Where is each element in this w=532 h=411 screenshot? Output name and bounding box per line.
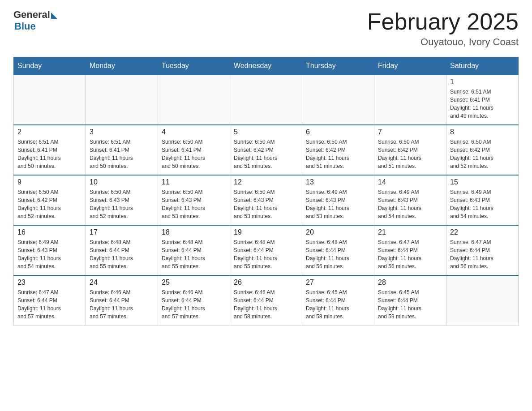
day-number: 23 — [17, 278, 82, 287]
day-number: 8 — [450, 128, 515, 136]
calendar-cell: 24Sunrise: 6:46 AM Sunset: 6:44 PM Dayli… — [86, 275, 158, 325]
day-number: 16 — [17, 228, 82, 236]
logo-blue-text: Blue — [14, 21, 36, 32]
day-number: 21 — [378, 228, 442, 236]
calendar-cell — [14, 75, 86, 125]
logo: General Blue — [13, 9, 57, 32]
calendar-cell: 1Sunrise: 6:51 AM Sunset: 6:41 PM Daylig… — [446, 75, 519, 125]
day-info: Sunrise: 6:46 AM Sunset: 6:44 PM Dayligh… — [234, 288, 298, 321]
calendar-cell: 22Sunrise: 6:47 AM Sunset: 6:44 PM Dayli… — [446, 225, 519, 275]
day-number: 25 — [162, 278, 226, 287]
day-info: Sunrise: 6:51 AM Sunset: 6:41 PM Dayligh… — [17, 138, 82, 170]
calendar-cell — [230, 75, 302, 125]
calendar-cell: 20Sunrise: 6:48 AM Sunset: 6:44 PM Dayli… — [302, 225, 374, 275]
day-info: Sunrise: 6:50 AM Sunset: 6:42 PM Dayligh… — [234, 138, 298, 170]
logo-arrow-icon — [51, 13, 57, 19]
day-info: Sunrise: 6:46 AM Sunset: 6:44 PM Dayligh… — [90, 288, 154, 321]
day-info: Sunrise: 6:45 AM Sunset: 6:44 PM Dayligh… — [306, 288, 370, 321]
day-info: Sunrise: 6:50 AM Sunset: 6:41 PM Dayligh… — [162, 138, 226, 170]
calendar-cell — [158, 75, 230, 125]
day-number: 4 — [162, 128, 226, 136]
day-info: Sunrise: 6:49 AM Sunset: 6:43 PM Dayligh… — [306, 188, 370, 220]
calendar-cell: 26Sunrise: 6:46 AM Sunset: 6:44 PM Dayli… — [230, 275, 302, 325]
calendar-cell — [446, 275, 519, 325]
day-info: Sunrise: 6:50 AM Sunset: 6:43 PM Dayligh… — [234, 188, 298, 220]
location-title: Ouyatouo, Ivory Coast — [367, 36, 519, 48]
day-info: Sunrise: 6:51 AM Sunset: 6:41 PM Dayligh… — [90, 138, 154, 170]
week-row-3: 9Sunrise: 6:50 AM Sunset: 6:42 PM Daylig… — [14, 175, 519, 225]
calendar-cell: 8Sunrise: 6:50 AM Sunset: 6:42 PM Daylig… — [446, 125, 519, 175]
day-info: Sunrise: 6:48 AM Sunset: 6:44 PM Dayligh… — [90, 238, 154, 270]
column-header-thursday: Thursday — [302, 57, 374, 75]
week-row-2: 2Sunrise: 6:51 AM Sunset: 6:41 PM Daylig… — [14, 125, 519, 175]
day-number: 1 — [450, 78, 515, 86]
calendar-cell: 27Sunrise: 6:45 AM Sunset: 6:44 PM Dayli… — [302, 275, 374, 325]
day-number: 18 — [162, 228, 226, 236]
page-header: General Blue February 2025 Ouyatouo, Ivo… — [13, 9, 519, 48]
calendar-cell: 4Sunrise: 6:50 AM Sunset: 6:41 PM Daylig… — [158, 125, 230, 175]
calendar-cell: 10Sunrise: 6:50 AM Sunset: 6:43 PM Dayli… — [86, 175, 158, 225]
day-info: Sunrise: 6:50 AM Sunset: 6:43 PM Dayligh… — [90, 188, 154, 220]
calendar-cell: 2Sunrise: 6:51 AM Sunset: 6:41 PM Daylig… — [14, 125, 86, 175]
day-number: 2 — [17, 128, 82, 136]
day-number: 3 — [90, 128, 154, 136]
day-number: 12 — [234, 178, 298, 186]
calendar-cell: 18Sunrise: 6:48 AM Sunset: 6:44 PM Dayli… — [158, 225, 230, 275]
calendar-cell: 5Sunrise: 6:50 AM Sunset: 6:42 PM Daylig… — [230, 125, 302, 175]
day-info: Sunrise: 6:47 AM Sunset: 6:44 PM Dayligh… — [450, 238, 515, 270]
day-info: Sunrise: 6:51 AM Sunset: 6:41 PM Dayligh… — [450, 88, 515, 120]
day-info: Sunrise: 6:48 AM Sunset: 6:44 PM Dayligh… — [162, 238, 226, 270]
day-info: Sunrise: 6:49 AM Sunset: 6:43 PM Dayligh… — [17, 238, 82, 270]
day-number: 28 — [378, 278, 442, 287]
day-info: Sunrise: 6:49 AM Sunset: 6:43 PM Dayligh… — [450, 188, 515, 220]
day-number: 20 — [306, 228, 370, 236]
calendar-cell: 9Sunrise: 6:50 AM Sunset: 6:42 PM Daylig… — [14, 175, 86, 225]
column-header-monday: Monday — [86, 57, 158, 75]
calendar-cell: 25Sunrise: 6:46 AM Sunset: 6:44 PM Dayli… — [158, 275, 230, 325]
calendar-cell: 21Sunrise: 6:47 AM Sunset: 6:44 PM Dayli… — [374, 225, 446, 275]
day-info: Sunrise: 6:45 AM Sunset: 6:44 PM Dayligh… — [378, 288, 442, 321]
calendar-cell — [374, 75, 446, 125]
day-info: Sunrise: 6:48 AM Sunset: 6:44 PM Dayligh… — [234, 238, 298, 270]
calendar-cell: 28Sunrise: 6:45 AM Sunset: 6:44 PM Dayli… — [374, 275, 446, 325]
week-row-5: 23Sunrise: 6:47 AM Sunset: 6:44 PM Dayli… — [14, 275, 519, 325]
column-header-saturday: Saturday — [446, 57, 519, 75]
calendar-cell: 13Sunrise: 6:49 AM Sunset: 6:43 PM Dayli… — [302, 175, 374, 225]
day-info: Sunrise: 6:50 AM Sunset: 6:42 PM Dayligh… — [306, 138, 370, 170]
day-info: Sunrise: 6:48 AM Sunset: 6:44 PM Dayligh… — [306, 238, 370, 270]
day-info: Sunrise: 6:50 AM Sunset: 6:43 PM Dayligh… — [162, 188, 226, 220]
day-number: 22 — [450, 228, 515, 236]
month-title: February 2025 — [367, 9, 519, 34]
day-number: 5 — [234, 128, 298, 136]
calendar-cell: 6Sunrise: 6:50 AM Sunset: 6:42 PM Daylig… — [302, 125, 374, 175]
day-number: 11 — [162, 178, 226, 186]
column-header-sunday: Sunday — [14, 57, 86, 75]
calendar-cell: 7Sunrise: 6:50 AM Sunset: 6:42 PM Daylig… — [374, 125, 446, 175]
calendar-cell: 11Sunrise: 6:50 AM Sunset: 6:43 PM Dayli… — [158, 175, 230, 225]
week-row-1: 1Sunrise: 6:51 AM Sunset: 6:41 PM Daylig… — [14, 75, 519, 125]
day-number: 15 — [450, 178, 515, 186]
calendar-header-row: SundayMondayTuesdayWednesdayThursdayFrid… — [14, 57, 519, 75]
day-number: 13 — [306, 178, 370, 186]
week-row-4: 16Sunrise: 6:49 AM Sunset: 6:43 PM Dayli… — [14, 225, 519, 275]
day-info: Sunrise: 6:50 AM Sunset: 6:42 PM Dayligh… — [450, 138, 515, 170]
day-info: Sunrise: 6:47 AM Sunset: 6:44 PM Dayligh… — [378, 238, 442, 270]
calendar-cell — [86, 75, 158, 125]
day-info: Sunrise: 6:46 AM Sunset: 6:44 PM Dayligh… — [162, 288, 226, 321]
title-section: February 2025 Ouyatouo, Ivory Coast — [367, 9, 519, 48]
day-number: 19 — [234, 228, 298, 236]
day-number: 6 — [306, 128, 370, 136]
calendar-cell: 17Sunrise: 6:48 AM Sunset: 6:44 PM Dayli… — [86, 225, 158, 275]
day-number: 9 — [17, 178, 82, 186]
calendar-cell: 14Sunrise: 6:49 AM Sunset: 6:43 PM Dayli… — [374, 175, 446, 225]
day-number: 10 — [90, 178, 154, 186]
calendar-cell: 15Sunrise: 6:49 AM Sunset: 6:43 PM Dayli… — [446, 175, 519, 225]
calendar-cell: 12Sunrise: 6:50 AM Sunset: 6:43 PM Dayli… — [230, 175, 302, 225]
calendar-cell — [302, 75, 374, 125]
day-info: Sunrise: 6:47 AM Sunset: 6:44 PM Dayligh… — [17, 288, 82, 321]
calendar-cell: 19Sunrise: 6:48 AM Sunset: 6:44 PM Dayli… — [230, 225, 302, 275]
day-info: Sunrise: 6:49 AM Sunset: 6:43 PM Dayligh… — [378, 188, 442, 220]
day-number: 14 — [378, 178, 442, 186]
day-number: 27 — [306, 278, 370, 287]
logo-general-text: General — [13, 9, 50, 21]
